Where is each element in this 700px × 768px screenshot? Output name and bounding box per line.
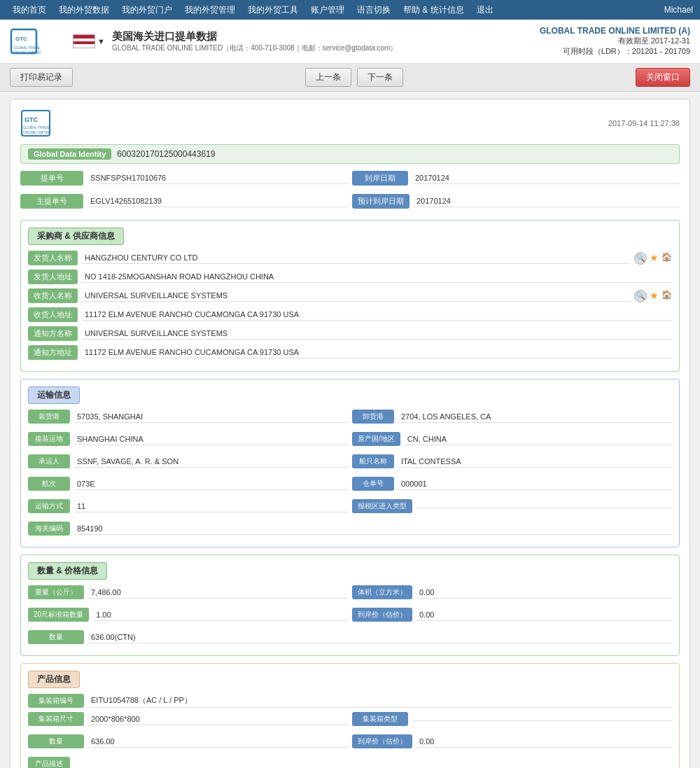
nav-items: 我的首页 我的外贸数据 我的外贸门户 我的外贸管理 我的外贸工具 账户管理 语言…	[7, 1, 499, 19]
standard-box-row: 20尺标准箱数量 1.00	[28, 608, 348, 622]
header-right: GLOBAL TRADE ONLINE LIMITED (A) 有效期至 201…	[540, 26, 690, 57]
global-data-value: 600320170125000443619	[117, 149, 215, 159]
nav-lang[interactable]: 语言切换	[351, 1, 396, 19]
cheng-yun-ren-label: 承运人	[28, 454, 70, 468]
ti-dan-hao-row: 提单号 SSNFSPSH17010676	[20, 171, 348, 186]
tong-zhi-fang-dizhi-row: 通知方地址 11172 ELM AVENUE RANCHO CUCAMONGA …	[28, 345, 672, 360]
global-data-label: Global Data Identity	[28, 148, 111, 160]
close-button[interactable]: 关闭窗口	[636, 68, 690, 87]
product-shu-liang-label: 数量	[28, 734, 84, 748]
cang-dan-hao-label: 仓单号	[352, 477, 394, 491]
ji-zhuang-xiang-chicun-label: 集装箱尺寸	[28, 712, 84, 726]
prev-button[interactable]: 上一条	[305, 68, 351, 87]
chan-pin-miaoshu-row: 产品描述 THEFTPROOF DEVICE PARTS (SECURITY T…	[28, 757, 672, 768]
star-icon-2[interactable]: ★	[650, 290, 659, 302]
yun-shu-fangshi-label: 运输方式	[28, 499, 70, 513]
yu-ji-dao-an-value: 20170124	[414, 195, 680, 207]
chan-pin-miaoshu-label: 产品描述	[28, 757, 70, 768]
next-button[interactable]: 下一条	[357, 68, 403, 87]
cang-dan-hao-row: 仓单号 000001	[352, 477, 672, 491]
nav-help[interactable]: 帮助 & 统计信息	[398, 1, 470, 19]
xie-huo-gang-label: 卸货港	[352, 410, 394, 424]
shou-huo-ren-mingcheng-row: 收货人名称 UNIVERSAL SURVEILLANCE SYSTEMS 🔍 ★…	[28, 288, 672, 303]
zhongliang-row: 重量（公斤） 7,486.00	[28, 585, 348, 599]
tong-zhi-fang-dizhi-label: 通知方地址	[28, 345, 78, 360]
flag-selector[interactable]: ▼	[73, 34, 105, 48]
brand-name: GLOBAL TRADE ONLINE LIMITED (A)	[540, 26, 690, 36]
bao-shui-qu-value	[416, 505, 672, 508]
nav-account[interactable]: 账户管理	[305, 1, 350, 19]
yun-shu-fangshi-row: 运输方式 11	[28, 499, 348, 513]
nav-manage[interactable]: 我的外贸管理	[179, 1, 241, 19]
shou-huo-ren-mingcheng-value: UNIVERSAL SURVEILLANCE SYSTEMS	[82, 290, 630, 302]
shu-liang-row: 数量 636.00(CTN)	[28, 630, 672, 644]
hang-ci-label: 航次	[28, 477, 70, 491]
zhao-zhuang-value: SHANGHAI CHINA	[74, 433, 348, 445]
tong-zhi-fang-mingcheng-row: 通知方名称 UNIVERSAL SURVEILLANCE SYSTEMS	[28, 326, 672, 341]
standard-box-label: 20尺标准箱数量	[28, 608, 89, 622]
nav-home[interactable]: 我的首页	[7, 1, 52, 19]
card-header: GTC GLOBAL TRADE ONLINE LIMITED 2017-09-…	[20, 109, 680, 137]
fa-huo-ren-mingcheng-row: 发货人名称 HANGZHOU CENTURY CO LTD 🔍 ★ 🏠	[28, 251, 672, 265]
datetime: 2017-09-14 11:27:38	[608, 119, 680, 127]
zhao-zhuang-label: 接装运地	[28, 432, 70, 446]
ti-dan-hao-value: SSNFSPSH17010676	[88, 172, 348, 184]
ji-zhuang-xiang-leixing-label: 集装箱类型	[352, 712, 408, 726]
product-shu-liang-row: 数量 636.00	[28, 734, 348, 748]
page-title-area: 美国海关进口提单数据 GLOBAL TRADE ONLINE LIMITED（电…	[112, 30, 398, 53]
bao-shui-qu-row: 报税区进入类型	[352, 499, 672, 513]
transport-section: 运输信息 装货港 57035, SHANGHAI 卸货港 2704, LOS A…	[20, 379, 680, 547]
tiji-value: 0.00	[416, 587, 672, 599]
product-shu-liang-value: 636.00	[88, 736, 348, 748]
toolbar-right: 关闭窗口	[636, 68, 690, 87]
zhuang-huo-gang-row: 装货港 57035, SHANGHAI	[28, 410, 348, 424]
zhongliang-value: 7,486.00	[88, 587, 348, 599]
shou-huo-ren-dizhi-row: 收货人地址 11172 ELM AVENUE RANCHO CUCAMONGA …	[28, 307, 672, 322]
dao-an-ri-qi-row: 到岸日期 20170124	[352, 171, 680, 186]
yuan-chan-guo-value: CN, CHINA	[405, 433, 672, 445]
nav-data[interactable]: 我的外贸数据	[53, 1, 115, 19]
search-icon[interactable]: 🔍	[634, 252, 647, 265]
nav-tools[interactable]: 我的外贸工具	[242, 1, 304, 19]
fa-huo-ren-dizhi-label: 发货人地址	[28, 270, 78, 284]
star-icon[interactable]: ★	[650, 252, 659, 265]
print-button[interactable]: 打印易记录	[10, 68, 73, 87]
zhu-ti-dan-hao-value: EGLV142651082139	[88, 195, 348, 207]
svg-text:GTC: GTC	[15, 36, 27, 42]
expiry-info: 有效期至 2017-12-31	[540, 36, 690, 46]
main-card: GTC GLOBAL TRADE ONLINE LIMITED 2017-09-…	[10, 99, 690, 768]
ji-zhuang-xiang-chicun-value: 2000*806*800	[88, 713, 348, 725]
svg-text:GLOBAL TRADE: GLOBAL TRADE	[13, 46, 41, 50]
header-subtitle: GLOBAL TRADE ONLINE LIMITED（电话：400-710-3…	[112, 43, 398, 53]
zhao-zhuang-row: 接装运地 SHANGHAI CHINA	[28, 432, 348, 446]
zhuang-huo-gang-value: 57035, SHANGHAI	[74, 411, 348, 423]
dao-an-jia-gu-row: 到岸价（估价） 0.00	[352, 608, 672, 622]
quantity-section-title: 数量 & 价格信息	[28, 562, 107, 580]
dao-an-jia-gu-label: 到岸价（估价）	[352, 608, 412, 622]
ji-zhuang-xiang-bianhao-value: EITU1054788（AC / L / PP）	[88, 694, 672, 708]
product-section: 产品信息 集装箱编号 EITU1054788（AC / L / PP） 集装箱尺…	[20, 663, 680, 768]
ji-zhuang-xiang-bianhao-row: 集装箱编号 EITU1054788（AC / L / PP）	[28, 694, 672, 708]
page-header: GTC GLOBAL TRADE ONLINE LIMITED ▼ 美国海关进口…	[0, 20, 700, 64]
nav-logout[interactable]: 退出	[471, 1, 499, 19]
nav-portal[interactable]: 我的外贸门户	[116, 1, 178, 19]
fa-huo-ren-mingcheng-value: HANGZHOU CENTURY CO LTD	[82, 252, 630, 264]
shou-huo-ren-dizhi-value: 11172 ELM AVENUE RANCHO CUCAMONGA CA 917…	[82, 309, 672, 321]
home-icon-2[interactable]: 🏠	[662, 290, 672, 302]
fa-huo-ren-mingcheng-label: 发货人名称	[28, 251, 78, 265]
tiji-row: 体积（立方米） 0.00	[352, 585, 672, 599]
xie-huo-gang-value: 2704, LOS ANGELES, CA	[398, 411, 672, 423]
zhu-ti-dan-hao-label: 主提单号	[20, 194, 83, 209]
ti-dan-hao-label: 提单号	[20, 171, 83, 186]
fa-huo-ren-icons: 🔍 ★ 🏠	[634, 252, 672, 265]
search-icon-2[interactable]: 🔍	[634, 290, 647, 302]
svg-text:GLOBAL TRADE: GLOBAL TRADE	[23, 125, 50, 130]
ji-zhuang-xiang-leixing-value	[412, 718, 672, 721]
zhu-ti-dan-hao-row: 主提单号 EGLV142651082139	[20, 194, 348, 209]
home-icon[interactable]: 🏠	[662, 252, 672, 265]
cheng-yun-ren-row: 承运人 SSNF, SAVAGE, A. R. & SON	[28, 454, 348, 468]
standard-box-value: 1.00	[93, 609, 348, 621]
fa-huo-ren-dizhi-row: 发货人地址 NO 1418-25MOGANSHAN ROAD HANGZHOU …	[28, 270, 672, 284]
shu-liang-label: 数量	[28, 630, 84, 644]
xie-huo-gang-row: 卸货港 2704, LOS ANGELES, CA	[352, 410, 672, 424]
